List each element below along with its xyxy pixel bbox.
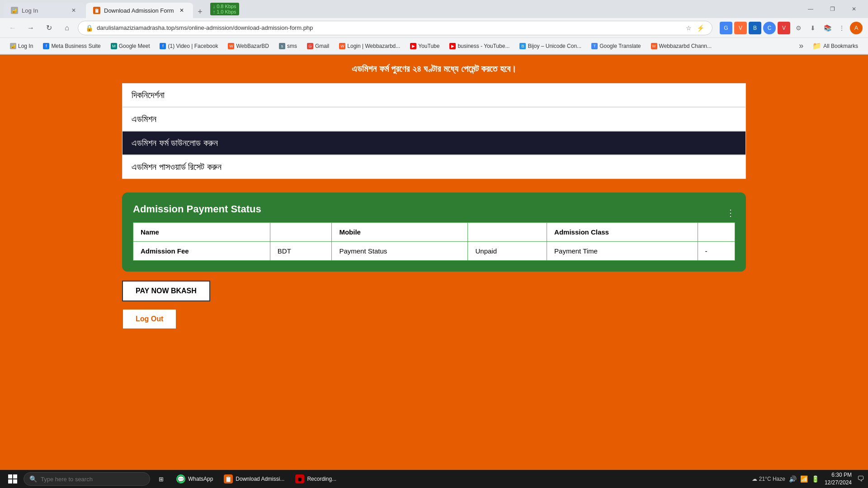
url-bar[interactable]: 🔒 darulislamaziziamadrasha.top/sms/onlin… <box>78 21 712 35</box>
bookmark-favicon-gmail: G <box>307 43 313 49</box>
bookmark-business-yt[interactable]: ▶ business - YouTube... <box>445 41 514 51</box>
tab-close-login[interactable]: ✕ <box>70 6 78 14</box>
bookmark-webbazar[interactable]: W WebBazarBD <box>223 41 273 51</box>
bookmark-meet[interactable]: M Google Meet <box>106 41 155 51</box>
bookmark-webbazarbd-ch[interactable]: W Webbazarbd Chann... <box>646 41 717 51</box>
bookmark-label-gmail: Gmail <box>315 43 329 49</box>
bookmark-favicon-bijoy: B <box>519 43 526 49</box>
home-button[interactable]: ⌂ <box>60 21 74 35</box>
download-app-icon: 📋 <box>224 474 233 483</box>
bookmark-meta[interactable]: f Meta Business Suite <box>38 41 105 51</box>
bookmark-favicon-meet: M <box>111 43 117 49</box>
taskbar-app-download[interactable]: 📋 Download Admissi... <box>219 471 289 487</box>
taskbar-app-label-recording: Recording... <box>307 476 336 482</box>
new-tab-button[interactable]: + <box>194 5 207 18</box>
reload-button[interactable]: ↻ <box>42 21 56 35</box>
payment-more-icon[interactable]: ⋮ <box>726 207 735 218</box>
cell-unpaid: Unpaid <box>468 242 547 261</box>
bookmark-label-wbc: Webbazarbd Chann... <box>659 43 712 49</box>
taskbar-app-label-download: Download Admissi... <box>236 476 284 482</box>
close-button[interactable]: ✕ <box>844 2 864 16</box>
col-header-admission-class: Admission Class <box>547 223 698 242</box>
notification-icon[interactable]: 🗨 <box>857 475 864 483</box>
payment-table: Name Mobile Admission Class Admission Fe… <box>133 222 735 261</box>
minimize-button[interactable]: — <box>800 2 821 16</box>
taskbar-app-whatsapp[interactable]: 💬 WhatsApp <box>172 471 217 487</box>
bookmark-manager-icon[interactable]: 📚 <box>821 22 834 34</box>
tab-download-admission[interactable]: 📋 Download Admission Form ✕ <box>86 3 193 18</box>
extension1-icon[interactable]: G <box>720 22 732 34</box>
all-bookmarks[interactable]: 📁 All Bookmarks <box>808 40 863 52</box>
extension-icon[interactable]: ⚡ <box>696 23 705 33</box>
extension5-icon[interactable]: V <box>778 22 790 34</box>
taskbar-search-input[interactable] <box>41 476 144 483</box>
taskbar-app-recording[interactable]: ⏺ Recording... <box>291 471 341 487</box>
payment-card: Admission Payment Status ⋮ Name Mobile A… <box>122 192 746 272</box>
bookmark-label-fb: (1) Video | Facebook <box>168 43 218 49</box>
maximize-button[interactable]: ❐ <box>822 2 843 16</box>
tab-group: 🔐 Log In ✕ 📋 Download Admission Form ✕ + <box>4 0 207 18</box>
logout-button[interactable]: Log Out <box>122 309 177 329</box>
taskbar-time-display: 6:30 PM <box>825 471 852 479</box>
taskbar-battery-icon[interactable]: 🔋 <box>811 475 819 483</box>
pay-now-button[interactable]: PAY NOW BKASH <box>122 281 210 301</box>
taskbar-taskview[interactable]: ⊞ <box>152 471 170 487</box>
download-icon[interactable]: ⬇ <box>807 22 819 34</box>
bookmark-webbazarlogin[interactable]: W Login | Webbazarbd... <box>335 41 405 51</box>
bookmark-more-icon[interactable]: » <box>795 39 807 52</box>
tab-label-download: Download Admission Form <box>104 7 174 14</box>
col-header-name: Name <box>133 223 270 242</box>
extension3-icon[interactable]: B <box>749 22 761 34</box>
col-header-blank2 <box>468 223 547 242</box>
bookmark-label-webbazar: WebBazarBD <box>236 43 269 49</box>
menu-admission[interactable]: এডমিশন <box>122 107 746 131</box>
bookmark-youtube[interactable]: ▶ YouTube <box>406 41 444 51</box>
taskbar-sound-icon[interactable]: 🔊 <box>789 475 797 483</box>
taskbar-network-icon[interactable]: 📶 <box>800 475 808 483</box>
notice-text: এডমিশন ফর্ম পুরণের ২৪ ঘণ্টার মধ্যে পেমেন… <box>352 64 516 74</box>
bookmark-translate[interactable]: T Google Translate <box>587 41 645 51</box>
bookmark-gmail[interactable]: G Gmail <box>302 41 334 51</box>
cell-admission-fee: Admission Fee <box>133 242 270 261</box>
payment-title: Admission Payment Status <box>133 203 261 215</box>
bookmark-label-yt: YouTube <box>418 43 439 49</box>
cell-payment-time-label: Payment Time <box>547 242 698 261</box>
menu-guideline[interactable]: দিকনিদের্শনা <box>122 83 746 107</box>
menu-reset-password[interactable]: এডমিশন পাসওয়ার্ড রিসেট করুন <box>122 155 746 179</box>
star-icon[interactable]: ☆ <box>684 23 693 33</box>
menu-download-form[interactable]: এডমিশন ফর্ম ডাউনলোড করুন <box>122 131 746 155</box>
bookmark-facebook-video[interactable]: f (1) Video | Facebook <box>155 41 222 51</box>
extension4-icon[interactable]: C <box>763 22 776 34</box>
start-button[interactable] <box>4 471 22 487</box>
forward-button[interactable]: → <box>24 21 38 35</box>
all-bookmarks-label: All Bookmarks <box>823 43 858 49</box>
bookmark-bijoy[interactable]: B Bijoy – Unicode Con... <box>515 41 586 51</box>
tab-close-download[interactable]: ✕ <box>178 6 186 14</box>
more-icon[interactable]: ⋮ <box>835 22 848 34</box>
folder-icon: 📁 <box>812 42 821 50</box>
taskbar-search-bar[interactable]: 🔍 <box>24 472 150 486</box>
bookmark-login[interactable]: 🔐 Log In <box>5 41 38 51</box>
bookmark-favicon-sms: s <box>279 43 285 49</box>
network-up: ↑ 1.0 Kbps <box>213 9 236 14</box>
url-text: darulislamaziziamadrasha.top/sms/online-… <box>97 24 680 31</box>
profile-icon[interactable]: A <box>850 22 863 34</box>
address-bar: ← → ↻ ⌂ 🔒 darulislamaziziamadrasha.top/s… <box>0 18 868 38</box>
back-button[interactable]: ← <box>5 21 20 35</box>
cell-bdt: BDT <box>270 242 332 261</box>
extension6-icon[interactable]: ⚙ <box>792 22 805 34</box>
cell-payment-time-value: - <box>698 242 735 261</box>
taskbar-date-display: 12/27/2024 <box>825 479 852 487</box>
extension2-icon[interactable]: V <box>734 22 747 34</box>
taskbar-right: ☁ 21°C Haze 🔊 📶 🔋 6:30 PM 12/27/2024 🗨 <box>752 471 864 487</box>
title-bar: 🔐 Log In ✕ 📋 Download Admission Form ✕ +… <box>0 0 868 18</box>
col-header-blank1 <box>270 223 332 242</box>
tab-login[interactable]: 🔐 Log In ✕ <box>4 3 85 18</box>
bookmark-sms[interactable]: s sms <box>274 41 302 51</box>
taskbar-app-label-whatsapp: WhatsApp <box>188 476 213 482</box>
bookmark-label-sms: sms <box>287 43 297 49</box>
taskbar: 🔍 ⊞ 💬 WhatsApp 📋 Download Admissi... ⏺ R… <box>0 470 868 488</box>
table-row: Admission Fee BDT Payment Status Unpaid … <box>133 242 735 261</box>
bookmark-label-login: Log In <box>18 43 33 49</box>
bookmark-favicon-wbc: W <box>651 43 657 49</box>
